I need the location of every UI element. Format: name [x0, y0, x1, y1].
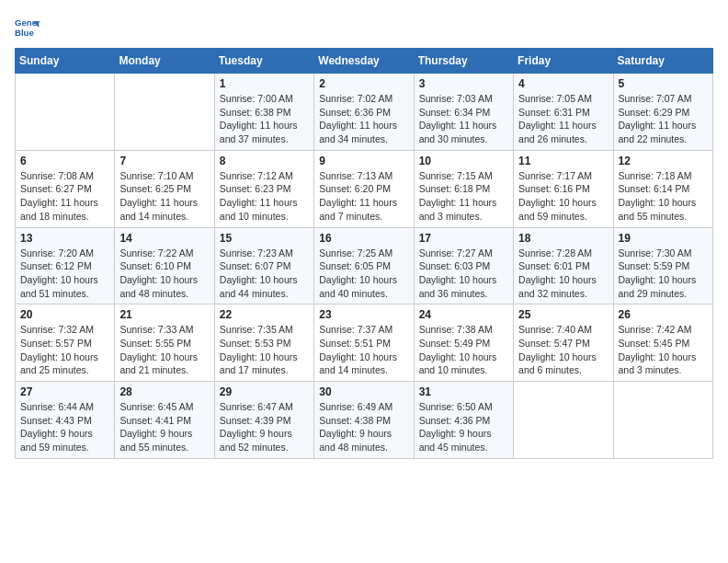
- day-info: Sunrise: 7:33 AM Sunset: 5:55 PM Dayligh…: [119, 323, 209, 377]
- day-number: 11: [518, 155, 608, 167]
- day-number: 16: [319, 232, 408, 245]
- calendar-cell: 12Sunrise: 7:18 AM Sunset: 6:14 PM Dayli…: [613, 150, 712, 227]
- calendar-cell: 6Sunrise: 7:08 AM Sunset: 6:27 PM Daylig…: [16, 150, 115, 227]
- day-info: Sunrise: 7:17 AM Sunset: 6:16 PM Dayligh…: [518, 169, 608, 224]
- day-number: 22: [220, 308, 309, 321]
- day-number: 31: [419, 385, 508, 398]
- day-number: 6: [20, 155, 109, 167]
- calendar-cell: 15Sunrise: 7:23 AM Sunset: 6:07 PM Dayli…: [214, 227, 313, 304]
- calendar-cell: 27Sunrise: 6:44 AM Sunset: 4:43 PM Dayli…: [16, 382, 115, 459]
- day-number: 14: [119, 232, 209, 245]
- calendar-cell: 3Sunrise: 7:03 AM Sunset: 6:34 PM Daylig…: [414, 74, 513, 151]
- weekday-header-tuesday: Tuesday: [214, 49, 313, 74]
- day-info: Sunrise: 7:10 AM Sunset: 6:25 PM Dayligh…: [119, 169, 209, 224]
- weekday-header-monday: Monday: [115, 49, 214, 74]
- day-number: 29: [220, 385, 309, 398]
- calendar-cell: 24Sunrise: 7:38 AM Sunset: 5:49 PM Dayli…: [414, 304, 513, 382]
- calendar-cell: 11Sunrise: 7:17 AM Sunset: 6:16 PM Dayli…: [514, 150, 613, 227]
- day-number: 26: [619, 308, 708, 321]
- weekday-header-row: SundayMondayTuesdayWednesdayThursdayFrid…: [16, 49, 713, 74]
- calendar-cell: 13Sunrise: 7:20 AM Sunset: 6:12 PM Dayli…: [16, 227, 115, 304]
- day-number: 5: [619, 77, 708, 90]
- calendar-cell: [115, 74, 214, 151]
- calendar-cell: 29Sunrise: 6:47 AM Sunset: 4:39 PM Dayli…: [214, 382, 313, 459]
- day-info: Sunrise: 6:44 AM Sunset: 4:43 PM Dayligh…: [20, 400, 109, 454]
- calendar-cell: 20Sunrise: 7:32 AM Sunset: 5:57 PM Dayli…: [16, 304, 115, 382]
- calendar-cell: [514, 382, 613, 459]
- day-number: 19: [619, 232, 708, 245]
- calendar-cell: 18Sunrise: 7:28 AM Sunset: 6:01 PM Dayli…: [514, 227, 613, 304]
- calendar-cell: [613, 382, 712, 459]
- day-number: 21: [119, 308, 209, 321]
- weekday-header-thursday: Thursday: [414, 49, 513, 74]
- calendar-cell: 22Sunrise: 7:35 AM Sunset: 5:53 PM Dayli…: [214, 304, 313, 382]
- logo: General Blue: [15, 15, 44, 40]
- calendar-cell: 8Sunrise: 7:12 AM Sunset: 6:23 PM Daylig…: [214, 150, 313, 227]
- calendar-cell: 19Sunrise: 7:30 AM Sunset: 5:59 PM Dayli…: [613, 227, 712, 304]
- day-info: Sunrise: 7:00 AM Sunset: 6:38 PM Dayligh…: [220, 92, 309, 146]
- day-number: 7: [119, 155, 209, 167]
- calendar-cell: [16, 74, 115, 151]
- day-number: 1: [220, 77, 309, 90]
- day-number: 23: [319, 308, 408, 321]
- svg-text:Blue: Blue: [15, 28, 34, 38]
- calendar-cell: 28Sunrise: 6:45 AM Sunset: 4:41 PM Dayli…: [115, 382, 214, 459]
- weekday-header-sunday: Sunday: [16, 49, 115, 74]
- calendar-table: SundayMondayTuesdayWednesdayThursdayFrid…: [15, 48, 713, 459]
- weekday-header-wednesday: Wednesday: [314, 49, 414, 74]
- day-number: 2: [319, 77, 408, 90]
- calendar-cell: 26Sunrise: 7:42 AM Sunset: 5:45 PM Dayli…: [613, 304, 712, 382]
- calendar-cell: 5Sunrise: 7:07 AM Sunset: 6:29 PM Daylig…: [613, 74, 712, 151]
- day-info: Sunrise: 7:40 AM Sunset: 5:47 PM Dayligh…: [518, 323, 608, 377]
- day-info: Sunrise: 7:38 AM Sunset: 5:49 PM Dayligh…: [419, 323, 508, 377]
- day-info: Sunrise: 7:28 AM Sunset: 6:01 PM Dayligh…: [518, 247, 608, 301]
- day-info: Sunrise: 7:07 AM Sunset: 6:29 PM Dayligh…: [619, 92, 708, 146]
- day-number: 15: [220, 232, 309, 245]
- day-info: Sunrise: 7:37 AM Sunset: 5:51 PM Dayligh…: [319, 323, 408, 377]
- weekday-header-saturday: Saturday: [613, 49, 712, 74]
- calendar-cell: 23Sunrise: 7:37 AM Sunset: 5:51 PM Dayli…: [314, 304, 414, 382]
- calendar-cell: 2Sunrise: 7:02 AM Sunset: 6:36 PM Daylig…: [314, 74, 414, 151]
- day-info: Sunrise: 7:22 AM Sunset: 6:10 PM Dayligh…: [119, 247, 209, 301]
- day-info: Sunrise: 7:05 AM Sunset: 6:31 PM Dayligh…: [518, 92, 608, 146]
- day-info: Sunrise: 7:25 AM Sunset: 6:05 PM Dayligh…: [319, 247, 408, 301]
- calendar-cell: 14Sunrise: 7:22 AM Sunset: 6:10 PM Dayli…: [115, 227, 214, 304]
- calendar-cell: 16Sunrise: 7:25 AM Sunset: 6:05 PM Dayli…: [314, 227, 414, 304]
- day-info: Sunrise: 7:15 AM Sunset: 6:18 PM Dayligh…: [419, 169, 508, 224]
- day-number: 9: [319, 155, 408, 167]
- logo-icon: General Blue: [15, 15, 40, 40]
- calendar-cell: 17Sunrise: 7:27 AM Sunset: 6:03 PM Dayli…: [414, 227, 513, 304]
- day-number: 20: [20, 308, 109, 321]
- calendar-cell: 7Sunrise: 7:10 AM Sunset: 6:25 PM Daylig…: [115, 150, 214, 227]
- day-info: Sunrise: 7:42 AM Sunset: 5:45 PM Dayligh…: [619, 323, 708, 377]
- day-number: 8: [220, 155, 309, 167]
- calendar-cell: 4Sunrise: 7:05 AM Sunset: 6:31 PM Daylig…: [514, 74, 613, 151]
- day-info: Sunrise: 6:50 AM Sunset: 4:36 PM Dayligh…: [419, 400, 508, 454]
- calendar-cell: 25Sunrise: 7:40 AM Sunset: 5:47 PM Dayli…: [514, 304, 613, 382]
- day-number: 3: [419, 77, 508, 90]
- week-row-4: 20Sunrise: 7:32 AM Sunset: 5:57 PM Dayli…: [16, 304, 713, 382]
- day-info: Sunrise: 7:23 AM Sunset: 6:07 PM Dayligh…: [220, 247, 309, 301]
- day-info: Sunrise: 7:32 AM Sunset: 5:57 PM Dayligh…: [20, 323, 109, 377]
- day-info: Sunrise: 7:13 AM Sunset: 6:20 PM Dayligh…: [319, 169, 408, 224]
- day-info: Sunrise: 7:35 AM Sunset: 5:53 PM Dayligh…: [220, 323, 309, 377]
- day-number: 4: [518, 77, 608, 90]
- day-info: Sunrise: 6:49 AM Sunset: 4:38 PM Dayligh…: [319, 400, 408, 454]
- day-number: 12: [619, 155, 708, 167]
- day-info: Sunrise: 6:45 AM Sunset: 4:41 PM Dayligh…: [119, 400, 209, 454]
- day-info: Sunrise: 7:08 AM Sunset: 6:27 PM Dayligh…: [20, 169, 109, 224]
- day-number: 24: [419, 308, 508, 321]
- weekday-header-friday: Friday: [514, 49, 613, 74]
- day-number: 27: [20, 385, 109, 398]
- day-info: Sunrise: 6:47 AM Sunset: 4:39 PM Dayligh…: [220, 400, 309, 454]
- calendar-cell: 10Sunrise: 7:15 AM Sunset: 6:18 PM Dayli…: [414, 150, 513, 227]
- day-number: 30: [319, 385, 408, 398]
- week-row-5: 27Sunrise: 6:44 AM Sunset: 4:43 PM Dayli…: [16, 382, 713, 459]
- day-number: 25: [518, 308, 608, 321]
- day-info: Sunrise: 7:18 AM Sunset: 6:14 PM Dayligh…: [619, 169, 708, 224]
- week-row-3: 13Sunrise: 7:20 AM Sunset: 6:12 PM Dayli…: [16, 227, 713, 304]
- day-number: 18: [518, 232, 608, 245]
- day-info: Sunrise: 7:27 AM Sunset: 6:03 PM Dayligh…: [419, 247, 508, 301]
- day-info: Sunrise: 7:20 AM Sunset: 6:12 PM Dayligh…: [20, 247, 109, 301]
- week-row-1: 1Sunrise: 7:00 AM Sunset: 6:38 PM Daylig…: [16, 74, 713, 151]
